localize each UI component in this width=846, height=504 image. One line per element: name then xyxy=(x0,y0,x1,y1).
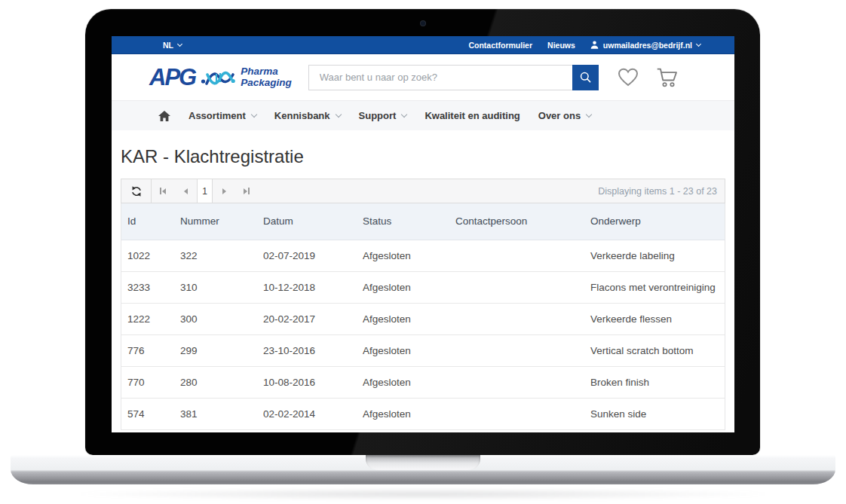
main-navigation: Assortiment Kennisbank Support Kwaliteit… xyxy=(112,100,734,130)
cart-button[interactable] xyxy=(656,67,679,88)
column-header-id[interactable]: Id xyxy=(121,203,174,240)
cell-id: 3233 xyxy=(121,271,174,303)
nav-item-label: Kwaliteit en auditing xyxy=(425,110,520,121)
cell-status: Afgesloten xyxy=(357,334,449,366)
cell-id: 770 xyxy=(121,366,174,398)
cell-datum: 10-08-2016 xyxy=(257,366,357,398)
cell-nummer: 381 xyxy=(174,398,257,429)
cell-nummer: 299 xyxy=(174,334,257,366)
nav-item-over-ons[interactable]: Over ons xyxy=(538,110,591,121)
cell-onderwerp: Verkeerde flessen xyxy=(584,303,725,334)
laptop-reflection xyxy=(68,488,778,500)
top-utility-bar: NL Contactformulier Nieuws uwmailadres@b… xyxy=(112,36,734,54)
company-logo[interactable]: APG Pharma Packaging xyxy=(149,64,292,91)
previous-page-button[interactable] xyxy=(174,179,197,203)
table-row[interactable]: 1022 322 02-07-2019 Afgesloten Verkeerde… xyxy=(121,240,725,271)
grid-toolbar: 1 Displaying items 1 - 23 of 23 xyxy=(121,179,725,203)
current-page-indicator[interactable]: 1 xyxy=(197,179,213,203)
search-input[interactable] xyxy=(308,65,572,90)
nieuws-link[interactable]: Nieuws xyxy=(547,41,575,50)
cell-onderwerp: Flacons met verontreiniging xyxy=(584,271,725,303)
shopping-cart-icon xyxy=(656,67,679,88)
wishlist-button[interactable] xyxy=(617,67,639,87)
language-label: NL xyxy=(163,41,173,50)
last-page-icon xyxy=(244,188,247,194)
heart-icon xyxy=(617,67,639,87)
last-page-button[interactable] xyxy=(235,179,258,203)
next-page-button[interactable] xyxy=(213,179,235,203)
nav-item-label: Over ons xyxy=(538,110,581,121)
cell-nummer: 310 xyxy=(174,271,257,303)
cell-status: Afgesloten xyxy=(357,398,449,429)
cell-contactpersoon xyxy=(449,398,584,429)
person-icon xyxy=(590,41,599,49)
cell-id: 1222 xyxy=(121,303,174,334)
cell-id: 1022 xyxy=(121,240,174,271)
laptop-mockup: NL Contactformulier Nieuws uwmailadres@b… xyxy=(0,0,846,504)
cell-status: Afgesloten xyxy=(357,366,449,398)
column-header-contactpersoon[interactable]: Contactpersoon xyxy=(449,203,584,240)
column-header-datum[interactable]: Datum xyxy=(257,203,357,240)
cell-status: Afgesloten xyxy=(357,240,449,271)
user-email: uwmailadres@bedrijf.nl xyxy=(603,41,692,50)
cell-onderwerp: Broken finish xyxy=(584,366,725,398)
first-page-icon xyxy=(160,188,161,194)
first-page-button[interactable] xyxy=(152,179,174,203)
complaints-grid: Id Nummer Datum Status Contactpersoon On… xyxy=(121,203,725,430)
nav-item-label: Kennisbank xyxy=(274,110,330,121)
page-content: KAR - Klachtregistratie xyxy=(112,146,734,430)
topbar-links: Contactformulier Nieuws uwmailadres@bedr… xyxy=(468,41,700,50)
search-button[interactable] xyxy=(572,65,599,90)
refresh-icon xyxy=(130,185,143,197)
logo-tagline-line2: Packaging xyxy=(241,78,292,89)
cell-status: Afgesloten xyxy=(357,271,449,303)
refresh-button[interactable] xyxy=(121,179,152,203)
nav-item-kwaliteit-en-auditing[interactable]: Kwaliteit en auditing xyxy=(425,110,520,121)
nav-item-label: Assortiment xyxy=(189,110,246,121)
next-page-icon xyxy=(222,188,226,194)
table-row[interactable]: 3233 310 10-12-2018 Afgesloten Flacons m… xyxy=(121,271,725,303)
table-row[interactable]: 776 299 23-10-2016 Afgesloten Vertical s… xyxy=(121,334,725,366)
cell-datum: 02-02-2014 xyxy=(257,398,357,429)
cell-contactpersoon xyxy=(449,366,584,398)
column-header-nummer[interactable]: Nummer xyxy=(174,203,257,240)
nav-item-assortiment[interactable]: Assortiment xyxy=(189,110,256,121)
cell-onderwerp: Vertical scratch bottom xyxy=(584,334,725,366)
contactformulier-link[interactable]: Contactformulier xyxy=(468,41,532,50)
cell-contactpersoon xyxy=(449,303,584,334)
language-selector[interactable]: NL xyxy=(163,41,182,50)
cell-datum: 20-02-2017 xyxy=(257,303,357,334)
dna-helix-icon xyxy=(201,65,235,90)
user-account-menu[interactable]: uwmailadres@bedrijf.nl xyxy=(590,41,700,50)
nav-item-support[interactable]: Support xyxy=(359,110,407,121)
table-row[interactable]: 1222 300 20-02-2017 Afgesloten Verkeerde… xyxy=(121,303,725,334)
chevron-down-icon xyxy=(696,41,701,46)
pager-status-text: Displaying items 1 - 23 of 23 xyxy=(598,186,725,197)
chevron-down-icon xyxy=(586,111,592,118)
cell-nummer: 280 xyxy=(174,366,257,398)
nav-home[interactable] xyxy=(158,111,170,121)
home-icon xyxy=(158,111,170,121)
cell-contactpersoon xyxy=(449,240,584,271)
cell-nummer: 300 xyxy=(174,303,257,334)
cell-id: 574 xyxy=(121,398,174,429)
table-row[interactable]: 770 280 10-08-2016 Afgesloten Broken fin… xyxy=(121,366,725,398)
column-header-onderwerp[interactable]: Onderwerp xyxy=(584,203,725,240)
nav-item-kennisbank[interactable]: Kennisbank xyxy=(274,110,341,121)
cell-datum: 10-12-2018 xyxy=(257,271,357,303)
cell-contactpersoon xyxy=(449,334,584,366)
column-header-status[interactable]: Status xyxy=(357,203,449,240)
laptop-bezel: NL Contactformulier Nieuws uwmailadres@b… xyxy=(85,9,760,455)
cell-id: 776 xyxy=(121,334,174,366)
table-row[interactable]: 574 381 02-02-2014 Afgesloten Sunken sid… xyxy=(121,398,725,429)
page-title: KAR - Klachtregistratie xyxy=(121,146,725,167)
cell-onderwerp: Verkeerde labeling xyxy=(584,240,725,271)
magnifier-icon xyxy=(579,71,592,84)
cell-datum: 02-07-2019 xyxy=(257,240,357,271)
site-header: APG Pharma Packaging xyxy=(112,54,734,100)
laptop-screen: NL Contactformulier Nieuws uwmailadres@b… xyxy=(112,36,734,432)
logo-acronym: APG xyxy=(149,64,195,91)
nav-item-label: Support xyxy=(359,110,397,121)
cell-datum: 23-10-2016 xyxy=(257,334,357,366)
cell-status: Afgesloten xyxy=(357,303,449,334)
